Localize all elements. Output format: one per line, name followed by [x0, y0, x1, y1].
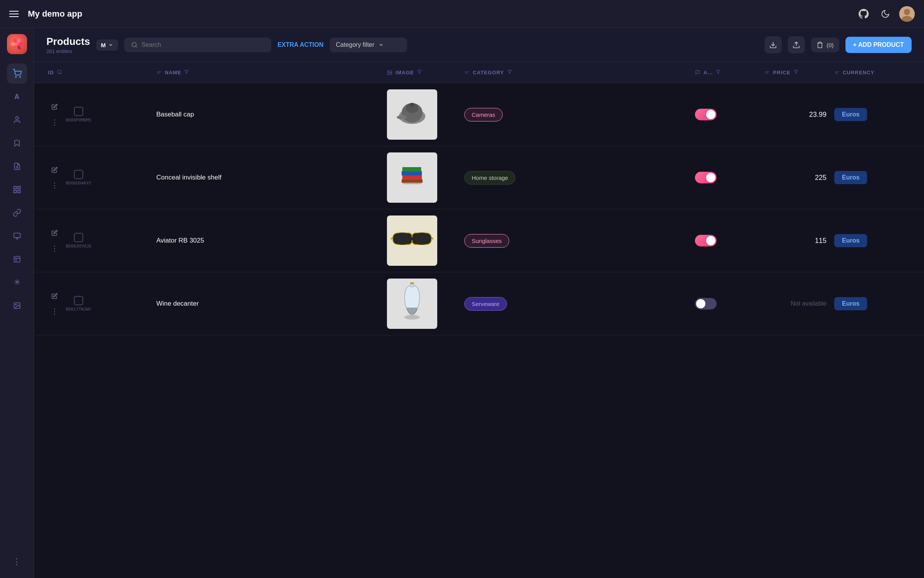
theme-toggle-icon[interactable] — [878, 6, 893, 22]
app-title: My demo app — [28, 9, 82, 19]
category-filter-dropdown[interactable]: Category filter — [330, 38, 407, 52]
currency-cell-0: Euros — [830, 102, 915, 127]
download-icon — [769, 41, 777, 49]
table-row: ⋮ B000U04KXY Conceal invisible shelf — [34, 146, 924, 209]
row-checkbox-0[interactable] — [74, 107, 83, 116]
svg-point-59 — [394, 233, 411, 245]
price-filter-icon[interactable] — [794, 69, 798, 76]
edit-button-3[interactable] — [48, 289, 61, 303]
active-filter-icon[interactable] — [716, 69, 720, 76]
more-button-1[interactable]: ⋮ — [48, 179, 61, 192]
checkbox-area-3: B0017TNJWY — [66, 296, 91, 312]
th-name: NAME — [152, 62, 382, 83]
category-badge-1: Home storage — [464, 171, 515, 185]
sidebar-item-bookmark[interactable] — [7, 133, 27, 153]
sidebar-item-more[interactable]: ⋮ — [7, 552, 27, 572]
table-header: ID NAME IMAGE — [34, 62, 924, 83]
svg-rect-19 — [14, 233, 20, 238]
svg-rect-16 — [17, 186, 20, 189]
currency-cell-2: Euros — [830, 228, 915, 253]
category-cell-2: Sunglasses — [460, 228, 690, 254]
sidebar-item-image[interactable] — [7, 296, 27, 316]
svg-rect-17 — [14, 190, 16, 193]
sidebar-item-grid[interactable] — [7, 180, 27, 200]
hamburger-icon[interactable] — [9, 11, 19, 17]
svg-point-9 — [11, 43, 15, 46]
active-cell-1 — [690, 166, 760, 190]
category-badge-2: Sunglasses — [464, 234, 509, 248]
table-row: ⋮ B000P0MDMS Baseball cap — [34, 83, 924, 146]
search-header-icon[interactable] — [57, 69, 62, 76]
search-box[interactable] — [124, 38, 271, 52]
top-nav: My demo app — [0, 0, 924, 28]
content-area: Products 261 entities M EXTRA ACTION Cat… — [34, 28, 924, 578]
sidebar-item-document[interactable] — [7, 156, 27, 176]
active-toggle-1[interactable] — [695, 172, 717, 183]
active-toggle-2[interactable] — [695, 235, 717, 246]
svg-point-27 — [132, 43, 136, 47]
more-button-3[interactable]: ⋮ — [48, 305, 61, 318]
svg-marker-41 — [508, 70, 512, 74]
sidebar-item-link[interactable] — [7, 203, 27, 223]
sidebar-item-monitor[interactable] — [7, 226, 27, 246]
row-checkbox-3[interactable] — [74, 296, 83, 305]
row-id-text-1: B000U04KXY — [66, 181, 91, 186]
checkbox-area-1: B000U04KXY — [66, 170, 91, 186]
svg-point-6 — [19, 43, 23, 46]
extra-action-button[interactable]: EXTRA ACTION — [277, 41, 323, 48]
svg-point-53 — [397, 115, 406, 120]
sidebar-item-layout[interactable] — [7, 249, 27, 269]
row-checkbox-2[interactable] — [74, 233, 83, 242]
search-input[interactable] — [142, 41, 264, 48]
price-cell-1: 225 — [760, 168, 830, 188]
toolbar: Products 261 entities M EXTRA ACTION Cat… — [34, 28, 924, 62]
name-filter-icon[interactable] — [184, 69, 189, 76]
trash-icon — [816, 41, 823, 48]
delete-button[interactable]: (0) — [811, 38, 839, 52]
edit-button-2[interactable] — [48, 226, 61, 239]
svg-point-12 — [15, 117, 18, 120]
sidebar: A — [0, 28, 34, 578]
name-cell-1: Conceal invisible shelf — [152, 168, 382, 188]
row-id-text-3: B0017TNJWY — [66, 307, 91, 312]
category-cell-0: Cameras — [460, 102, 690, 128]
main-layout: A — [0, 28, 924, 578]
edit-button-1[interactable] — [48, 163, 61, 176]
product-image-3 — [387, 279, 437, 329]
category-filter-icon[interactable] — [507, 69, 512, 76]
row-actions-1: ⋮ — [48, 163, 61, 192]
image-filter-icon[interactable] — [417, 69, 422, 76]
svg-rect-55 — [402, 175, 422, 180]
page-title-area: Products 261 entities — [46, 36, 90, 54]
svg-marker-38 — [418, 70, 421, 74]
table-row: ⋮ B000ZHY0JK Aviator RB 3025 — [34, 209, 924, 272]
currency-badge-0: Euros — [834, 108, 867, 121]
more-button-0[interactable]: ⋮ — [48, 116, 61, 129]
active-toggle-0[interactable] — [695, 109, 717, 120]
sidebar-item-users[interactable] — [7, 110, 27, 130]
view-mode-toggle[interactable]: M — [96, 39, 118, 51]
svg-point-31 — [58, 70, 61, 74]
svg-point-10 — [15, 77, 16, 77]
svg-marker-46 — [794, 70, 798, 74]
page-title: Products — [46, 36, 90, 48]
active-toggle-3[interactable] — [695, 298, 717, 310]
chevron-down-icon — [378, 42, 384, 48]
category-badge-3: Serveware — [464, 297, 507, 311]
edit-button-0[interactable] — [48, 100, 61, 113]
currency-badge-3: Euros — [834, 297, 867, 310]
sidebar-item-products[interactable] — [7, 63, 27, 84]
flag-header-icon — [695, 70, 700, 75]
sidebar-item-sparkle[interactable]: ✳ — [7, 272, 27, 292]
price-cell-2: 115 — [760, 231, 830, 251]
more-button-2[interactable]: ⋮ — [48, 242, 61, 255]
row-checkbox-1[interactable] — [74, 170, 83, 179]
download-button[interactable] — [765, 36, 782, 53]
sidebar-item-translate[interactable]: A — [7, 87, 27, 107]
add-product-button[interactable]: + ADD PRODUCT — [845, 37, 912, 53]
github-icon[interactable] — [856, 6, 871, 22]
row-id-cell-2: ⋮ B000ZHY0JK — [43, 220, 152, 261]
upload-button[interactable] — [788, 36, 805, 53]
user-avatar[interactable] — [899, 6, 915, 22]
image-cell-2 — [382, 209, 460, 272]
